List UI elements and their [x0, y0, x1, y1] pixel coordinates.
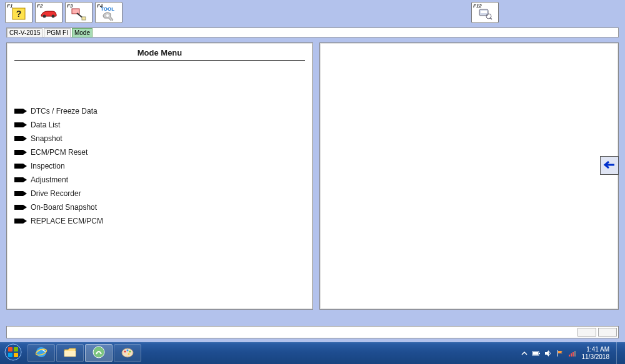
- menu-item-label: Drive Recorder: [31, 189, 81, 198]
- pointing-hand-icon: [14, 175, 27, 184]
- svg-line-10: [490, 17, 492, 19]
- svg-point-31: [124, 351, 126, 353]
- breadcrumb-bar: CR-V-2015 PGM FI Mode: [6, 27, 619, 37]
- f1-label: F1: [7, 3, 12, 9]
- menu-item-label: Snapshot: [31, 134, 62, 143]
- tray-time-text: 1:41 AM: [582, 346, 610, 353]
- f12-button[interactable]: F12: [471, 2, 499, 23]
- pointing-hand-icon: [14, 107, 27, 116]
- svg-point-26: [36, 347, 46, 357]
- svg-rect-28: [64, 351, 76, 357]
- taskbar-ie[interactable]: [28, 344, 55, 362]
- pointing-hand-icon: [14, 148, 27, 157]
- tray-up-icon[interactable]: [520, 349, 529, 358]
- pointing-hand-icon: [14, 162, 27, 170]
- menu-item[interactable]: On-Board Snapshot: [14, 200, 309, 214]
- breadcrumb-item-active[interactable]: Mode: [72, 28, 92, 37]
- svg-rect-41: [571, 353, 572, 357]
- diag-app-icon: [92, 345, 106, 361]
- svg-rect-43: [574, 351, 576, 357]
- svg-rect-11: [14, 109, 18, 114]
- menu-item-label: Inspection: [31, 162, 65, 170]
- svg-point-21: [5, 344, 21, 360]
- f2-label: F2: [37, 3, 42, 9]
- internet-explorer-icon: [34, 345, 48, 361]
- system-tray: 1:41 AM 11/3/2018: [520, 342, 623, 364]
- car-icon: [39, 7, 58, 21]
- svg-rect-37: [533, 352, 538, 355]
- svg-point-33: [129, 351, 131, 353]
- menu-item-label: Adjustment: [31, 175, 68, 184]
- windows-logo-icon: [4, 343, 22, 363]
- menu-item[interactable]: Inspection: [14, 159, 309, 173]
- f1-button[interactable]: F1 ?: [5, 2, 32, 23]
- start-button[interactable]: [0, 342, 26, 364]
- f3-label: F3: [67, 3, 72, 9]
- svg-rect-16: [14, 177, 18, 182]
- svg-point-3: [52, 15, 55, 18]
- back-button[interactable]: [600, 156, 619, 175]
- menu-item[interactable]: REPLACE ECM/PCM: [14, 214, 309, 228]
- status-cell: [598, 328, 617, 337]
- taskbar-explorer[interactable]: [56, 344, 84, 362]
- svg-rect-36: [539, 353, 540, 354]
- divider: [14, 60, 305, 61]
- svg-rect-14: [14, 150, 18, 155]
- mode-menu-list: DTCs / Freeze Data Data List Snapshot EC…: [11, 104, 309, 228]
- pointing-hand-icon: [14, 134, 27, 143]
- pointing-hand-icon: [14, 203, 27, 212]
- svg-text:?: ?: [16, 9, 22, 19]
- menu-item-label: Data List: [31, 121, 60, 129]
- svg-rect-18: [14, 205, 18, 210]
- detail-panel: [319, 42, 619, 310]
- show-desktop-button[interactable]: [616, 342, 622, 364]
- menu-item-label: REPLACE ECM/PCM: [31, 217, 103, 225]
- svg-rect-13: [14, 136, 18, 141]
- svg-rect-4: [72, 9, 79, 14]
- tool-device-icon: [476, 7, 494, 21]
- toolbar: F1 ? F2 F3 F4 TOOL F12: [0, 0, 625, 25]
- taskbar-app[interactable]: [85, 344, 112, 362]
- pointing-hand-icon: [14, 189, 27, 198]
- menu-item[interactable]: Data List: [14, 118, 309, 132]
- network-icon[interactable]: [568, 349, 576, 358]
- menu-item-label: On-Board Snapshot: [31, 203, 97, 212]
- taskbar-paint[interactable]: [114, 344, 141, 362]
- tray-clock[interactable]: 1:41 AM 11/3/2018: [582, 346, 610, 361]
- volume-icon[interactable]: [544, 349, 552, 358]
- menu-item[interactable]: ECM/PCM Reset: [14, 145, 309, 159]
- menu-item-label: DTCs / Freeze Data: [31, 107, 98, 116]
- f3-button[interactable]: F3: [65, 2, 92, 23]
- pointing-hand-icon: [14, 217, 27, 225]
- svg-rect-15: [14, 164, 18, 169]
- battery-icon[interactable]: [532, 349, 541, 358]
- mode-menu-panel: Mode Menu DTCs / Freeze Data Data List S…: [6, 42, 313, 310]
- menu-item[interactable]: Adjustment: [14, 173, 309, 187]
- status-bar: [6, 326, 619, 338]
- f4-button[interactable]: F4 TOOL: [95, 2, 122, 23]
- svg-rect-42: [572, 352, 574, 357]
- breadcrumb-item[interactable]: CR-V-2015: [7, 28, 42, 37]
- help-icon: ?: [9, 7, 28, 21]
- menu-item-label: ECM/PCM Reset: [31, 148, 88, 157]
- svg-point-6: [106, 14, 109, 17]
- menu-item[interactable]: Drive Recorder: [14, 187, 309, 200]
- diagnostic-icon: [69, 7, 88, 21]
- f2-button[interactable]: F2: [35, 2, 62, 23]
- svg-rect-23: [14, 347, 18, 352]
- breadcrumb-item[interactable]: PGM FI: [44, 28, 70, 37]
- flag-icon[interactable]: [556, 349, 564, 358]
- svg-marker-38: [545, 350, 549, 357]
- svg-rect-39: [558, 350, 558, 357]
- content-area: Mode Menu DTCs / Freeze Data Data List S…: [6, 42, 619, 310]
- tool-icon: TOOL: [99, 7, 118, 21]
- status-cell: [578, 328, 596, 337]
- f12-label: F12: [473, 3, 482, 9]
- svg-point-34: [128, 353, 130, 355]
- svg-rect-5: [82, 17, 86, 20]
- menu-item[interactable]: DTCs / Freeze Data: [14, 104, 309, 118]
- svg-rect-17: [14, 191, 18, 196]
- tray-date-text: 11/3/2018: [582, 353, 610, 361]
- svg-rect-19: [14, 219, 18, 224]
- menu-item[interactable]: Snapshot: [14, 132, 309, 145]
